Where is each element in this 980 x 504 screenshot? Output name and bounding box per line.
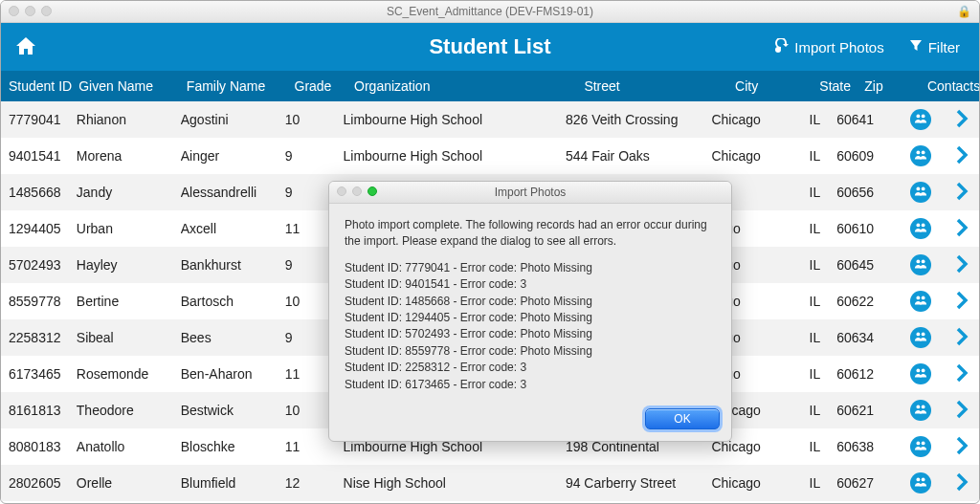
table-row[interactable]: 9401541 Morena Ainger 9 Limbourne High S…	[1, 138, 979, 174]
col-street[interactable]: Street	[584, 78, 735, 94]
cell-id: 5702493	[1, 257, 77, 273]
chevron-right-icon	[955, 117, 969, 132]
cell-zip: 60638	[836, 439, 898, 454]
contacts-button[interactable]	[910, 109, 931, 130]
cell-grade: 9	[285, 257, 334, 273]
cell-grade: 9	[285, 330, 334, 345]
svg-point-3	[917, 150, 921, 154]
cell-org: Nise High School	[334, 475, 566, 491]
row-open-button[interactable]	[955, 435, 969, 459]
col-contacts[interactable]: Contacts	[927, 78, 979, 94]
row-open-button[interactable]	[955, 290, 969, 314]
import-photos-button[interactable]: Import Photos	[773, 38, 883, 56]
row-open-button[interactable]	[955, 253, 969, 277]
cell-grade: 10	[285, 294, 334, 309]
table-row[interactable]: 7779041 Rhianon Agostini 10 Limbourne Hi…	[1, 101, 979, 138]
cell-family: Axcell	[181, 221, 285, 236]
col-given[interactable]: Given Name	[78, 78, 187, 94]
window: SC_Event_Admittance (DEV-FMS19-01) 🔒 Stu…	[0, 0, 980, 504]
dialog-error-list: Student ID: 7779041 - Error code: Photo …	[345, 260, 716, 393]
cell-given: Rhianon	[77, 112, 181, 127]
cell-zip: 60612	[836, 366, 898, 382]
row-open-button[interactable]	[955, 326, 969, 350]
cell-zip: 60627	[836, 475, 898, 491]
window-close-dot[interactable]	[9, 6, 19, 16]
col-id[interactable]: Student ID	[1, 78, 78, 94]
svg-point-18	[922, 405, 925, 408]
cell-street: 94 Carberry Street	[566, 475, 712, 491]
cell-given: Sibeal	[77, 330, 181, 345]
cell-state: IL	[793, 366, 836, 382]
contacts-button[interactable]	[910, 472, 931, 493]
row-open-button[interactable]	[955, 471, 969, 495]
cell-grade: 12	[285, 475, 334, 491]
chevron-right-icon	[955, 335, 969, 350]
row-open-button[interactable]	[955, 144, 969, 168]
import-photos-label: Import Photos	[794, 39, 883, 55]
cell-id: 1294405	[1, 221, 77, 236]
row-open-button[interactable]	[955, 108, 969, 132]
contacts-button[interactable]	[910, 436, 931, 457]
svg-point-8	[922, 223, 925, 227]
row-open-button[interactable]	[955, 399, 969, 423]
cell-city: Chicago	[711, 112, 792, 127]
col-state[interactable]: State	[819, 78, 864, 94]
window-min-dot[interactable]	[25, 6, 35, 16]
col-family[interactable]: Family Name	[187, 78, 295, 94]
cell-family: Ainger	[181, 148, 285, 164]
contacts-button[interactable]	[910, 363, 931, 384]
filter-icon	[909, 39, 923, 55]
cell-zip: 60621	[836, 403, 898, 418]
dialog-titlebar: Import Photos	[329, 182, 731, 204]
contacts-button[interactable]	[910, 218, 931, 239]
dialog-message: Photo import complete. The following rec…	[345, 217, 716, 251]
cell-zip: 60656	[836, 185, 898, 200]
cell-state: IL	[793, 294, 836, 309]
dialog-ok-button[interactable]: OK	[645, 408, 720, 429]
contacts-button[interactable]	[910, 327, 931, 348]
chevron-right-icon	[955, 298, 969, 314]
dialog-close-dot[interactable]	[337, 186, 346, 196]
cell-state: IL	[793, 257, 836, 273]
svg-point-11	[917, 296, 921, 299]
contacts-button[interactable]	[910, 182, 931, 203]
row-open-button[interactable]	[955, 217, 969, 241]
col-org[interactable]: Organization	[345, 78, 584, 94]
contacts-button[interactable]	[910, 291, 931, 312]
contacts-button[interactable]	[910, 400, 931, 421]
people-icon	[914, 439, 927, 455]
contacts-button[interactable]	[910, 145, 931, 166]
cell-state: IL	[793, 403, 836, 418]
table-row[interactable]: 2802605 Orelle Blumfield 12 Nise High Sc…	[1, 465, 979, 501]
cell-id: 2258312	[1, 330, 77, 345]
svg-point-20	[922, 441, 925, 445]
row-open-button[interactable]	[955, 181, 969, 205]
dialog-zoom-dot[interactable]	[368, 186, 377, 196]
col-city[interactable]: City	[735, 78, 819, 94]
svg-point-13	[917, 332, 921, 336]
cell-state: IL	[793, 185, 836, 200]
home-button[interactable]	[1, 35, 51, 59]
chevron-right-icon	[955, 407, 969, 423]
cell-grade: 11	[285, 439, 334, 454]
svg-point-14	[922, 332, 925, 336]
people-icon	[914, 185, 927, 201]
dialog-min-dot[interactable]	[352, 186, 362, 196]
svg-point-16	[922, 368, 925, 372]
cell-family: Ben-Aharon	[181, 366, 285, 382]
contacts-button[interactable]	[910, 254, 931, 275]
cell-grade: 11	[285, 366, 334, 382]
cell-family: Bloschke	[181, 439, 285, 454]
cell-given: Anatollo	[77, 439, 181, 454]
filter-button[interactable]: Filter	[909, 39, 960, 55]
col-zip[interactable]: Zip	[864, 78, 927, 94]
cell-state: IL	[793, 112, 836, 127]
row-open-button[interactable]	[955, 362, 969, 386]
cell-zip: 60609	[836, 148, 898, 164]
col-grade[interactable]: Grade	[295, 78, 345, 94]
cell-given: Theodore	[77, 403, 181, 418]
people-icon	[914, 257, 927, 274]
cell-given: Rosemonde	[77, 366, 181, 382]
window-max-dot[interactable]	[41, 6, 52, 16]
people-icon	[914, 294, 927, 310]
